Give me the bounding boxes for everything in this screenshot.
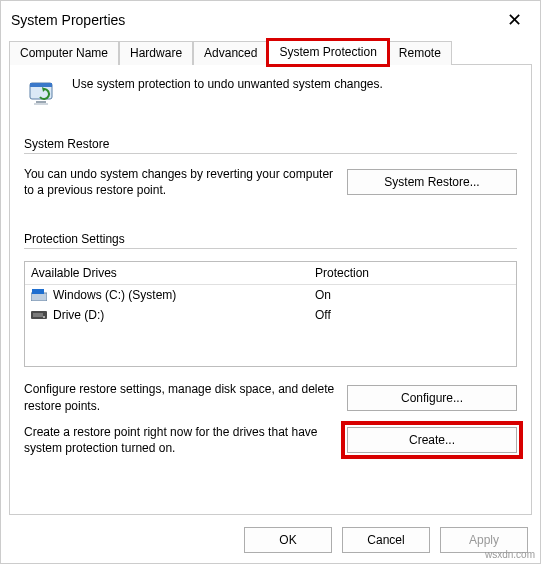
svg-rect-1 — [30, 83, 52, 87]
ok-button[interactable]: OK — [244, 527, 332, 553]
drive-protection: Off — [315, 308, 510, 322]
tab-panel-system-protection: Use system protection to undo unwanted s… — [9, 64, 532, 515]
tab-strip: Computer Name Hardware Advanced System P… — [1, 35, 540, 64]
tab-computer-name[interactable]: Computer Name — [9, 41, 119, 65]
system-properties-window: System Properties ✕ Computer Name Hardwa… — [0, 0, 541, 564]
system-protection-icon — [24, 77, 60, 113]
protection-settings-title: Protection Settings — [24, 232, 517, 246]
dialog-footer: OK Cancel Apply — [1, 521, 540, 563]
tab-hardware[interactable]: Hardware — [119, 41, 193, 65]
tab-advanced[interactable]: Advanced — [193, 41, 268, 65]
drive-name: Windows (C:) (System) — [53, 288, 176, 302]
svg-rect-3 — [34, 103, 48, 105]
system-restore-button[interactable]: System Restore... — [347, 169, 517, 195]
tab-system-protection[interactable]: System Protection — [268, 40, 387, 65]
close-icon[interactable]: ✕ — [499, 7, 530, 33]
drives-listbox[interactable]: Available Drives Protection Windows (C:)… — [24, 261, 517, 367]
svg-rect-6 — [38, 289, 44, 294]
svg-rect-8 — [33, 313, 43, 317]
create-text: Create a restore point right now for the… — [24, 424, 337, 456]
list-item[interactable]: Windows (C:) (System) On — [25, 285, 516, 305]
divider — [24, 248, 517, 249]
windows-drive-icon — [31, 289, 47, 301]
drive-protection: On — [315, 288, 510, 302]
svg-rect-2 — [36, 101, 46, 103]
create-button[interactable]: Create... — [347, 427, 517, 453]
tab-remote[interactable]: Remote — [388, 41, 452, 65]
svg-point-9 — [43, 316, 45, 318]
system-restore-text: You can undo system changes by reverting… — [24, 166, 337, 198]
system-restore-group: System Restore You can undo system chang… — [24, 137, 517, 208]
configure-text: Configure restore settings, manage disk … — [24, 381, 337, 413]
drive-name: Drive (D:) — [53, 308, 104, 322]
watermark-text: wsxdn.com — [485, 549, 535, 560]
drives-header: Available Drives Protection — [25, 262, 516, 285]
window-title: System Properties — [11, 12, 125, 28]
header-available-drives: Available Drives — [31, 266, 315, 280]
svg-rect-4 — [31, 293, 47, 301]
divider — [24, 153, 517, 154]
titlebar: System Properties ✕ — [1, 1, 540, 35]
list-item[interactable]: Drive (D:) Off — [25, 305, 516, 325]
configure-button[interactable]: Configure... — [347, 385, 517, 411]
svg-rect-5 — [32, 289, 38, 294]
header-protection: Protection — [315, 266, 510, 280]
intro-row: Use system protection to undo unwanted s… — [24, 77, 517, 113]
intro-text: Use system protection to undo unwanted s… — [72, 77, 383, 91]
hard-drive-icon — [31, 309, 47, 321]
system-restore-title: System Restore — [24, 137, 517, 151]
cancel-button[interactable]: Cancel — [342, 527, 430, 553]
protection-settings-group: Protection Settings Available Drives Pro… — [24, 232, 517, 466]
